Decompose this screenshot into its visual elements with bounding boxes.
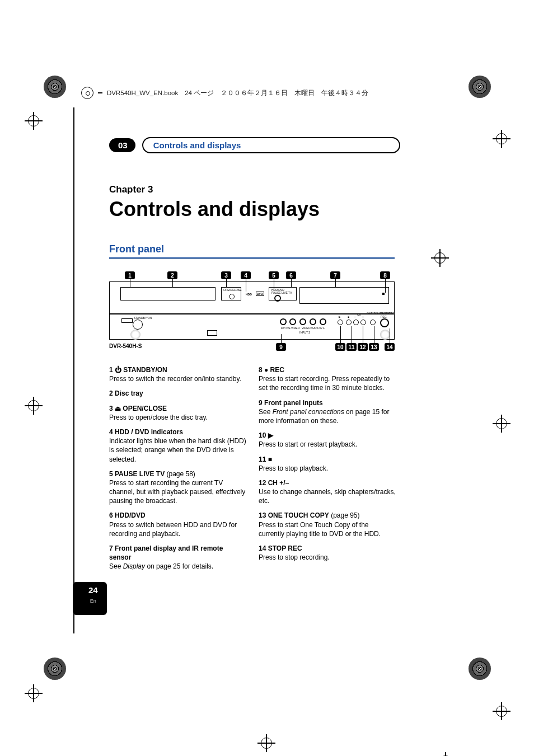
standby-btn [133, 320, 143, 330]
display-window [299, 287, 389, 304]
ch-plus: + [362, 315, 364, 318]
hdd-dvd-btn [274, 295, 281, 302]
section-number: 03 [109, 138, 135, 152]
svideo-label: S-VIDEO [288, 326, 300, 330]
item-12: 12 CH +/–Use to change channels, skip ch… [259, 478, 396, 506]
description-columns: 1 ⏻ STANDBY/ONPress to switch the record… [109, 365, 400, 577]
trim-line-left [73, 107, 74, 633]
callout-10: 10 [335, 343, 345, 351]
page-content: 03 Controls and displays Chapter 3 Contr… [109, 137, 400, 577]
rec-btn [380, 318, 389, 327]
page-header: DVR540H_WV_EN.book 24 ページ ２００６年２月１６日 木曜日… [81, 87, 462, 99]
ch-label: CH [357, 313, 361, 316]
crosshair-top-left [25, 112, 43, 130]
page-number-tab: 24 En [73, 582, 107, 615]
callout-2: 2 [167, 271, 177, 279]
audio-l-jack [310, 318, 316, 325]
right-column: 8 ● RECPress to start recording. Press r… [259, 365, 396, 577]
pause-label: PAUSE LIVE TV [271, 291, 292, 294]
item-8: 8 ● RECPress to start recording. Press r… [259, 365, 396, 393]
registration-radial-br [469, 658, 491, 680]
audio-label: AUDIO R L [311, 326, 325, 330]
callout-6: 6 [286, 271, 296, 279]
item-1: 1 ⏻ STANDBY/ONPress to switch the record… [109, 365, 246, 383]
callout-3: 3 [221, 271, 231, 279]
open-close-label: OPEN/CLOSE [223, 288, 242, 292]
crosshair-header-right [431, 249, 449, 267]
dv-in-port [207, 330, 217, 336]
crosshair-bot-center2 [437, 752, 455, 756]
usb-shape [121, 318, 133, 323]
crosshair-bot-center [257, 734, 275, 752]
crosshair-bot-right [493, 702, 510, 720]
left-column: 1 ⏻ STANDBY/ONPress to switch the record… [109, 365, 246, 577]
page-lang: En [90, 598, 96, 604]
book-icon [81, 87, 93, 99]
registration-radial-bl [44, 658, 66, 680]
header-text: DVR540H_WV_EN.book 24 ページ ２００６年２月１６日 木曜日… [107, 89, 368, 97]
otc-btn [370, 320, 376, 325]
section-label: Controls and displays [142, 137, 400, 153]
page-number: 24 [88, 585, 98, 595]
stop-icon: ■ [348, 315, 349, 318]
stop-btn [346, 320, 352, 325]
item-7: 7 Front panel display and IR remote sens… [109, 544, 246, 571]
item-13: 13 ONE TOUCH COPY (page 95)Press to star… [259, 511, 396, 538]
crosshair-bot-left [25, 684, 43, 702]
item-9: 9 Front panel inputsSee Front panel conn… [259, 398, 396, 426]
dv-jack [280, 318, 287, 325]
ch-plus-btn [360, 320, 366, 325]
video-jack [299, 318, 306, 325]
open-close-btn [229, 294, 235, 299]
input2-label: INPUT 2 [299, 331, 310, 334]
callout-9: 9 [276, 343, 286, 351]
dv-label: DV IN [281, 326, 288, 330]
crosshair-mid-right [493, 415, 510, 433]
callout-4: 4 [241, 271, 251, 279]
audio-r-jack [320, 318, 326, 325]
item-10: 10 ▶Press to start or restart playback. [259, 431, 396, 449]
front-panel-heading: Front panel [109, 243, 400, 255]
chapter-label: Chapter 3 [109, 184, 400, 195]
callout-14: 14 [385, 343, 395, 351]
front-panel-diagram: 1 2 3 4 5 6 7 8 9 10 11 12 13 14 OPEN/CL… [109, 271, 395, 355]
svideo-jack [289, 318, 296, 325]
disc-tray [120, 287, 216, 300]
ir-sensor [130, 330, 140, 340]
callout-11: 11 [346, 343, 357, 351]
callout-7: 7 [330, 271, 340, 279]
dvd-label: DVD [256, 292, 264, 296]
callout-1: 1 [125, 271, 135, 279]
play-icon: ▶ [339, 315, 341, 318]
callout-13: 13 [369, 343, 379, 351]
item-3: 3 ⏏ OPEN/CLOSEPress to open/close the di… [109, 404, 246, 422]
registration-radial-tl [44, 76, 66, 98]
crosshair-top-right [493, 130, 510, 148]
ir-sensor-r [380, 330, 390, 340]
section-bar: 03 Controls and displays [109, 137, 400, 153]
item-6: 6 HDD/DVDPress to switch between HDD and… [109, 511, 246, 538]
heading-rule [109, 257, 395, 259]
item-5: 5 PAUSE LIVE TV (page 58)Press to start … [109, 469, 246, 506]
play-btn [338, 320, 343, 325]
callout-8: 8 [380, 271, 390, 279]
item-14: 14 STOP RECPress to stop recording. [259, 544, 396, 562]
video-label: VIDEO [302, 326, 311, 330]
callout-12: 12 [358, 343, 368, 351]
callout-5: 5 [269, 271, 279, 279]
item-4: 4 HDD / DVD indicatorsIndicator lights b… [109, 428, 246, 464]
model-label: DVR-540H-S [109, 343, 142, 349]
registration-radial-tr [469, 76, 491, 98]
chapter-title: Controls and displays [109, 198, 400, 221]
crosshair-mid-left [25, 397, 43, 415]
hdd-label: HDD [246, 293, 252, 296]
ch-minus: – [354, 315, 356, 318]
ch-minus-btn [353, 320, 359, 325]
item-11: 11 ■Press to stop playback. [259, 455, 396, 473]
rec-dot [382, 293, 385, 295]
item-2: 2 Disc tray [109, 389, 246, 398]
